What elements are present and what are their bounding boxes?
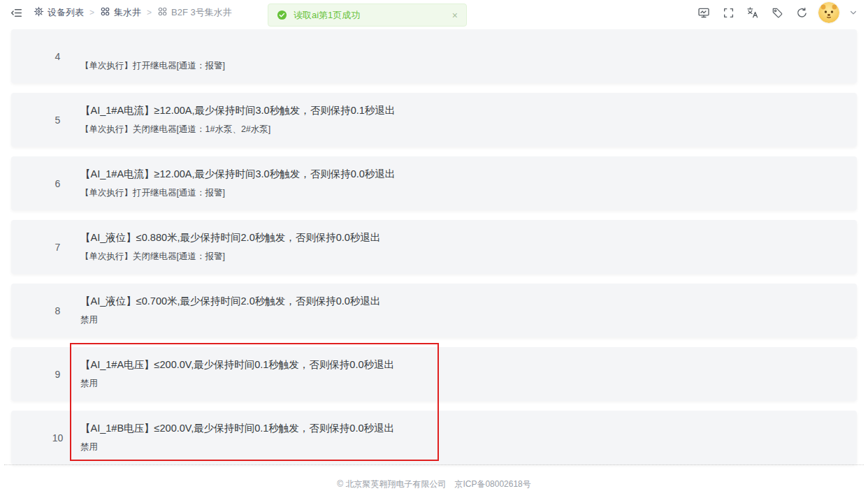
translate-icon[interactable] [745, 5, 760, 20]
success-toast: 读取ai第1页成功 × [268, 3, 467, 27]
rule-condition [80, 40, 843, 54]
rule-row[interactable]: 8 【AI_液位】≤0.700米,最少保持时间2.0秒触发，否则保持0.0秒退出… [11, 284, 857, 337]
rule-condition: 【AI_1#B电压】≤200.0V,最少保持时间0.1秒触发，否则保持0.0秒退… [80, 421, 843, 436]
rule-index: 4 [11, 29, 113, 83]
breadcrumb-label: B2F 3号集水井 [171, 6, 232, 19]
tag-icon[interactable] [769, 5, 785, 20]
toast-message: 读取ai第1页成功 [294, 9, 446, 22]
rule-index: 7 [11, 220, 113, 274]
monitor-icon[interactable] [696, 5, 711, 20]
rule-action: 【单次执行】打开继电器[通道：报警] [80, 60, 843, 72]
rule-condition: 【AI_1#A电流】≥12.00A,最少保持时间3.0秒触发，否则保持0.1秒退… [80, 103, 843, 118]
rule-action: 【单次执行】关闭继电器[通道：报警] [80, 251, 843, 263]
breadcrumb-item-device-list[interactable]: 设备列表 [34, 6, 84, 19]
gear-icon [34, 6, 44, 19]
chevron-down-icon[interactable] [848, 5, 858, 20]
rule-condition: 【AI_液位】≤0.880米,最少保持时间2.0秒触发，否则保持0.0秒退出 [80, 230, 843, 245]
rule-action: 【单次执行】关闭继电器[通道：1#水泵、2#水泵] [80, 124, 843, 135]
rule-row[interactable]: 7 【AI_液位】≤0.880米,最少保持时间2.0秒触发，否则保持0.0秒退出… [11, 220, 857, 274]
collapse-sidebar-icon[interactable] [8, 5, 24, 20]
breadcrumb: 设备列表 > 集水井 > B2F 3号集水井 [34, 6, 232, 19]
rule-action: 禁用 [80, 314, 843, 326]
grid-icon [100, 6, 110, 19]
avatar[interactable] [818, 2, 839, 23]
toast-close-icon[interactable]: × [452, 10, 458, 20]
breadcrumb-item-current-device: B2F 3号集水井 [157, 6, 232, 19]
rule-condition: 【AI_液位】≤0.700米,最少保持时间2.0秒触发，否则保持0.0秒退出 [80, 294, 843, 309]
breadcrumb-separator: > [89, 8, 94, 17]
breadcrumb-separator: > [147, 8, 152, 17]
breadcrumb-item-group[interactable]: 集水井 [100, 6, 141, 19]
refresh-icon[interactable] [794, 5, 809, 20]
rule-index: 10 [11, 411, 113, 464]
rule-action: 禁用 [80, 378, 843, 390]
check-circle-icon [277, 10, 287, 20]
footer-copyright: © 北京聚英翱翔电子有限公司 京ICP备08002618号 [0, 465, 868, 490]
rule-row[interactable]: 6 【AI_1#A电流】≥12.00A,最少保持时间3.0秒触发，否则保持0.0… [11, 156, 857, 210]
rule-row[interactable]: 9 【AI_1#A电压】≤200.0V,最少保持时间0.1秒触发，否则保持0.0… [11, 347, 857, 401]
rule-row[interactable]: 5 【AI_1#A电流】≥12.00A,最少保持时间3.0秒触发，否则保持0.1… [11, 93, 857, 147]
rule-condition: 【AI_1#A电压】≤200.0V,最少保持时间0.1秒触发，否则保持0.0秒退… [80, 358, 843, 372]
grid-icon [157, 6, 168, 19]
breadcrumb-label: 集水井 [114, 6, 141, 19]
rule-index: 5 [11, 93, 113, 147]
rule-index: 8 [11, 284, 113, 337]
rule-list: 4 【单次执行】打开继电器[通道：报警] 5 【AI_1#A电流】≥12.00A… [0, 29, 868, 464]
fullscreen-icon[interactable] [721, 5, 736, 20]
rule-row[interactable]: 4 【单次执行】打开继电器[通道：报警] [11, 29, 857, 83]
rule-action: 禁用 [80, 441, 843, 453]
rule-row[interactable]: 10 【AI_1#B电压】≤200.0V,最少保持时间0.1秒触发，否则保持0.… [11, 411, 857, 464]
rule-action: 【单次执行】打开继电器[通道：报警] [80, 187, 843, 199]
breadcrumb-label: 设备列表 [48, 6, 84, 19]
rule-condition: 【AI_1#A电流】≥12.00A,最少保持时间3.0秒触发，否则保持0.0秒退… [80, 167, 843, 182]
rule-index: 9 [11, 347, 113, 401]
rule-index: 6 [11, 156, 113, 210]
